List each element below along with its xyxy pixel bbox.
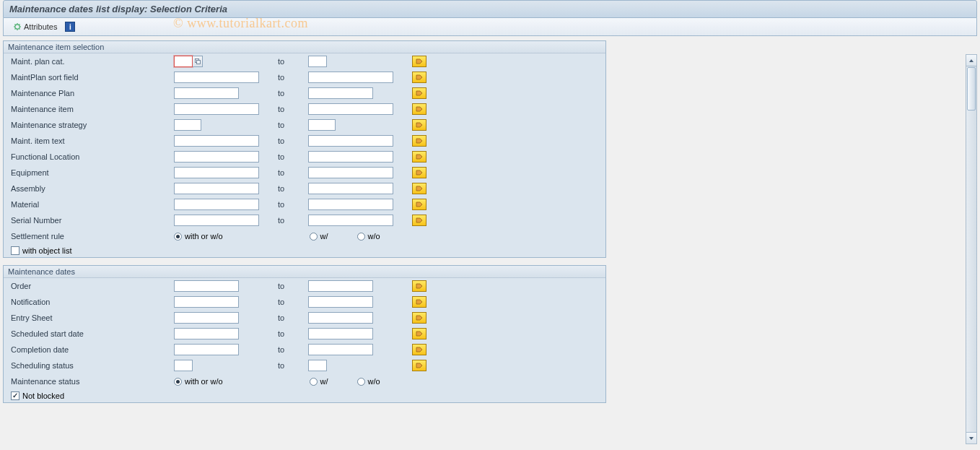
to-input[interactable] xyxy=(308,312,373,324)
to-label: to xyxy=(275,57,308,66)
to-label: to xyxy=(275,345,308,354)
field-label: Maintenance item xyxy=(8,105,174,113)
from-input[interactable] xyxy=(174,183,259,194)
maintenance-status-label: Maintenance status xyxy=(8,377,174,386)
maintenance-status-radio[interactable]: w/ xyxy=(310,377,328,386)
field-label: Completion date xyxy=(8,345,174,354)
to-input[interactable] xyxy=(308,296,373,308)
radio-icon xyxy=(310,378,318,386)
multiple-selection-button[interactable] xyxy=(412,280,426,292)
to-input[interactable] xyxy=(308,72,393,83)
to-label: to xyxy=(275,298,308,306)
maintenance-status-radio[interactable]: w/o xyxy=(357,377,380,386)
selection-row: Maint. item textto xyxy=(4,133,605,149)
multiple-selection-button[interactable] xyxy=(412,103,426,115)
scroll-down-button[interactable] xyxy=(966,432,976,443)
to-label: to xyxy=(275,73,308,82)
from-input[interactable] xyxy=(174,344,239,355)
multiple-selection-button[interactable] xyxy=(412,199,426,210)
to-input[interactable] xyxy=(308,119,336,131)
multiple-selection-button[interactable] xyxy=(412,328,426,339)
vertical-scrollbar[interactable] xyxy=(966,54,977,444)
attributes-button[interactable]: Attributes xyxy=(9,21,61,33)
with-object-list-checkbox[interactable]: with object list xyxy=(4,244,605,257)
to-input[interactable] xyxy=(308,344,373,355)
to-label: to xyxy=(275,184,308,193)
from-input[interactable] xyxy=(174,280,239,292)
settlement-rule-radio[interactable]: w/o xyxy=(357,232,380,241)
from-input[interactable] xyxy=(174,72,259,83)
field-label: Maintenance strategy xyxy=(8,121,174,129)
from-input[interactable] xyxy=(174,135,259,147)
from-input[interactable] xyxy=(174,87,239,99)
svg-rect-2 xyxy=(196,61,200,64)
scroll-up-button[interactable] xyxy=(966,55,976,66)
from-input[interactable] xyxy=(174,103,259,115)
to-label: to xyxy=(275,361,308,370)
to-input[interactable] xyxy=(308,328,373,339)
to-input[interactable] xyxy=(308,151,393,163)
radio-icon xyxy=(174,378,182,386)
multiple-selection-button[interactable] xyxy=(412,344,426,355)
scroll-thumb[interactable] xyxy=(967,67,976,111)
to-input[interactable] xyxy=(308,280,373,292)
settlement-rule-label: Settlement rule xyxy=(8,232,174,241)
radio-label: w/ xyxy=(320,232,328,241)
multiple-selection-button[interactable] xyxy=(412,135,426,147)
to-label: to xyxy=(275,89,308,98)
from-input[interactable] xyxy=(174,151,259,163)
from-input[interactable] xyxy=(174,215,259,226)
multiple-selection-button[interactable] xyxy=(412,312,426,324)
multiple-selection-button[interactable] xyxy=(412,87,426,99)
multiple-selection-button[interactable] xyxy=(412,215,426,226)
field-label: Maint. item text xyxy=(8,137,174,145)
info-icon[interactable]: i xyxy=(65,22,75,32)
checkbox-icon xyxy=(11,391,19,400)
page-title: Maintenance dates list display: Selectio… xyxy=(3,0,977,18)
multiple-selection-button[interactable] xyxy=(412,56,426,67)
to-label: to xyxy=(275,329,308,338)
field-label: Entry Sheet xyxy=(8,313,174,322)
to-input[interactable] xyxy=(308,183,393,194)
from-input[interactable] xyxy=(174,167,259,178)
field-label: Notification xyxy=(8,298,174,306)
selection-row: MaintPlan sort fieldto xyxy=(4,69,605,85)
to-input[interactable] xyxy=(308,103,393,115)
to-input[interactable] xyxy=(308,87,373,99)
watermark-text: © www.tutorialkart.com xyxy=(173,16,308,31)
to-input[interactable] xyxy=(308,215,393,226)
multiple-selection-button[interactable] xyxy=(412,296,426,308)
multiple-selection-button[interactable] xyxy=(412,360,426,371)
maintenance-status-row: Maintenance status with or w/ow/w/o xyxy=(4,373,605,389)
to-input[interactable] xyxy=(308,360,327,371)
to-input[interactable] xyxy=(308,199,393,210)
from-input[interactable] xyxy=(174,199,259,210)
not-blocked-label: Not blocked xyxy=(22,391,64,400)
multiple-selection-button[interactable] xyxy=(412,167,426,178)
multiple-selection-button[interactable] xyxy=(412,183,426,194)
to-input[interactable] xyxy=(308,135,393,147)
selection-row: Equipmentto xyxy=(4,165,605,181)
settlement-rule-radio[interactable]: w/ xyxy=(310,232,328,241)
to-input[interactable] xyxy=(308,167,393,178)
from-input[interactable] xyxy=(174,328,239,339)
from-input[interactable] xyxy=(174,312,239,324)
multiple-selection-button[interactable] xyxy=(412,119,426,131)
search-help-button[interactable] xyxy=(193,56,203,67)
from-input[interactable] xyxy=(174,56,193,67)
field-label: Serial Number xyxy=(8,216,174,225)
to-input[interactable] xyxy=(308,56,327,67)
field-label: Assembly xyxy=(8,184,174,193)
main-column: Maintenance item selection Maint. plan c… xyxy=(3,40,609,445)
from-input[interactable] xyxy=(174,119,201,131)
selection-row: Maintenance Planto xyxy=(4,85,605,101)
from-input[interactable] xyxy=(174,296,239,308)
radio-label: w/ xyxy=(320,377,328,386)
settlement-rule-radio[interactable]: with or w/o xyxy=(174,232,223,241)
from-input[interactable] xyxy=(174,360,193,371)
not-blocked-checkbox[interactable]: Not blocked xyxy=(4,389,605,402)
multiple-selection-button[interactable] xyxy=(412,151,426,163)
maintenance-status-radio[interactable]: with or w/o xyxy=(174,377,223,386)
field-label: Maint. plan cat. xyxy=(8,57,174,66)
multiple-selection-button[interactable] xyxy=(412,72,426,83)
